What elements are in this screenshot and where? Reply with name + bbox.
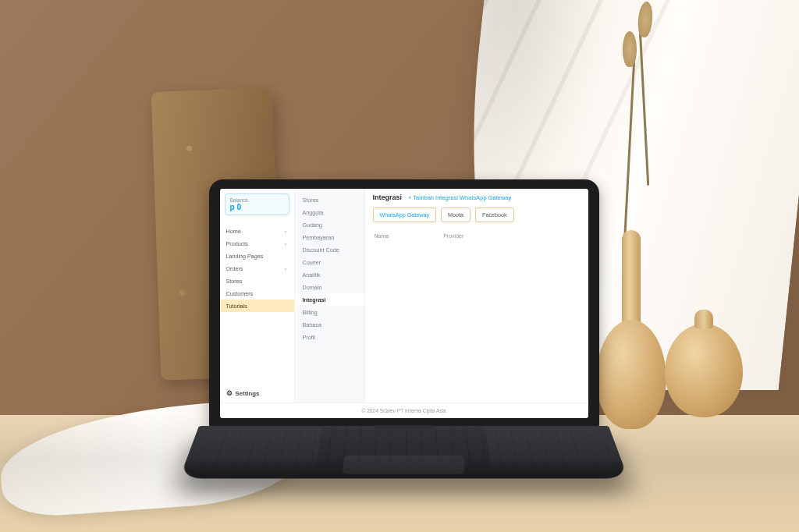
app-window: Balance p 0 Home⌄Products⌄Landing PagesO… xyxy=(220,189,588,418)
table-body-empty xyxy=(365,242,588,403)
sidebar-item-label: Orders xyxy=(226,265,243,272)
balance-label: Balance xyxy=(230,197,284,203)
page-title: Integrasi xyxy=(373,193,403,201)
subnav-item-discount-code[interactable]: Discount Code xyxy=(295,243,364,256)
sidebar-item-label: Home xyxy=(226,228,241,235)
sidebar-item-stores[interactable]: Stores xyxy=(220,275,294,287)
tab-moota[interactable]: Moota xyxy=(441,207,471,222)
laptop-screen: Balance p 0 Home⌄Products⌄Landing PagesO… xyxy=(209,179,599,429)
sidebar-secondary: StoresAnggotaGudangPembayaranDiscount Co… xyxy=(295,189,365,403)
subnav-item-integrasi[interactable]: Integrasi xyxy=(295,293,364,306)
col-name: Nama xyxy=(375,233,389,239)
subnav-item-gudang[interactable]: Gudang xyxy=(295,218,364,231)
subnav-item-analitik[interactable]: Analitik xyxy=(295,268,364,281)
subnav-item-anggota[interactable]: Anggota xyxy=(295,206,364,218)
sidebar-item-landing-pages[interactable]: Landing Pages xyxy=(220,250,294,262)
sidebar-item-customers[interactable]: Customers xyxy=(220,287,294,300)
footer-copyright: © 2024 Scalev PT Interna Cipta Asia xyxy=(220,403,588,418)
table-header: Nama Provider xyxy=(365,225,588,242)
sidebar-item-label: Tutorials xyxy=(226,303,247,310)
subnav-item-profil[interactable]: Profil xyxy=(295,331,364,343)
balance-amount: p 0 xyxy=(230,203,284,211)
balance-card[interactable]: Balance p 0 xyxy=(225,193,289,215)
tab-whatsapp-gateway[interactable]: WhatsApp Gateway xyxy=(373,207,437,222)
sidebar-item-orders[interactable]: Orders⌄ xyxy=(220,262,294,275)
sidebar-item-products[interactable]: Products⌄ xyxy=(220,237,294,250)
tab-facebook[interactable]: Facebook xyxy=(475,207,514,222)
plant-bloom xyxy=(623,31,637,67)
col-provider: Provider xyxy=(443,233,463,239)
subnav-item-bahasa[interactable]: Bahasa xyxy=(295,318,364,331)
subnav-item-domain[interactable]: Domain xyxy=(295,281,364,293)
nav-primary: Home⌄Products⌄Landing PagesOrders⌄Stores… xyxy=(220,225,294,312)
sidebar-settings[interactable]: ⚙ Settings xyxy=(220,384,294,403)
sidebar-primary: Balance p 0 Home⌄Products⌄Landing PagesO… xyxy=(220,189,295,403)
sidebar-item-label: Landing Pages xyxy=(226,253,264,260)
subnav-item-pembayaran[interactable]: Pembayaran xyxy=(295,231,364,243)
laptop-keyboard xyxy=(179,426,628,478)
subnav-item-courier[interactable]: Courier xyxy=(295,256,364,268)
sidebar-item-label: Products xyxy=(226,240,248,247)
sidebar-item-label: Stores xyxy=(226,278,243,285)
chevron-down-icon: ⌄ xyxy=(283,240,288,246)
add-integration-link[interactable]: + Tambah Integrasi WhatsApp Gateway xyxy=(408,194,511,201)
subnav-item-billing[interactable]: Billing xyxy=(295,306,364,318)
tab-bar: WhatsApp GatewayMootaFacebook xyxy=(365,204,588,225)
sidebar-item-label: Customers xyxy=(226,290,254,297)
chevron-down-icon: ⌄ xyxy=(283,228,288,234)
sidebar-settings-label: Settings xyxy=(236,390,260,397)
content-area: Integrasi + Tambah Integrasi WhatsApp Ga… xyxy=(365,189,588,403)
chevron-down-icon: ⌄ xyxy=(283,265,288,271)
vase-small xyxy=(665,324,743,417)
subnav-item-stores[interactable]: Stores xyxy=(295,193,364,206)
sidebar-item-tutorials[interactable]: Tutorials xyxy=(220,300,294,312)
laptop: Balance p 0 Home⌄Products⌄Landing PagesO… xyxy=(199,179,609,504)
gear-icon: ⚙ xyxy=(226,389,233,397)
sidebar-item-home[interactable]: Home⌄ xyxy=(220,225,294,237)
